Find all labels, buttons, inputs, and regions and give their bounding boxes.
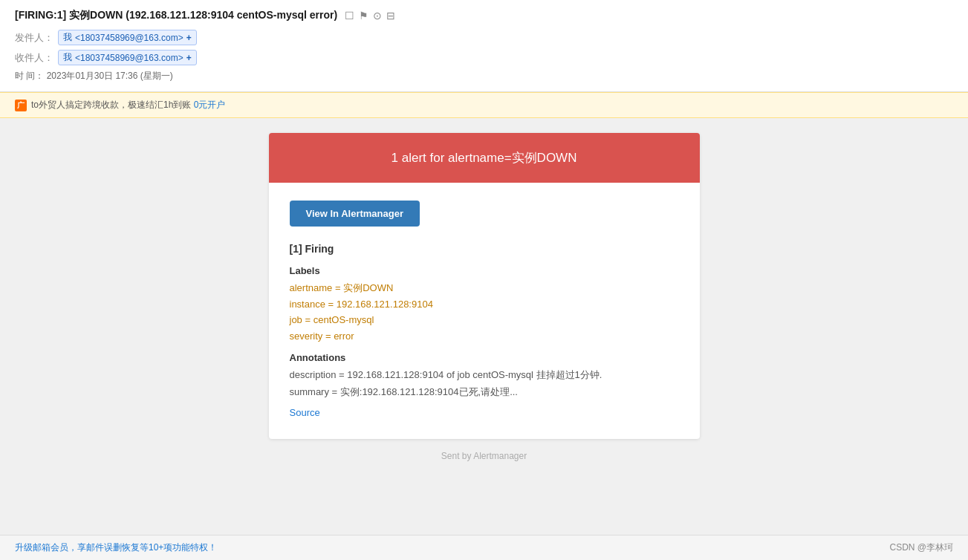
- annotation-summary-key: summary: [290, 386, 329, 397]
- email-footer: Sent by Alertmanager: [15, 451, 953, 469]
- email-title-bar: [FIRING:1] 实例DOWN (192.168.121.128:9104 …: [15, 9, 953, 22]
- label-alertname-value: 实例DOWN: [343, 282, 393, 293]
- ad-link[interactable]: 0元开户: [194, 100, 226, 110]
- time-value: 2023年01月30日 17:36 (星期一): [47, 71, 173, 81]
- annotation-description: description = 192.168.121.128:9104 of jo…: [290, 368, 679, 382]
- receiver-plus-button[interactable]: +: [186, 53, 192, 63]
- label-instance-value: 192.168.121.128:9104: [337, 299, 433, 310]
- annotation-description-key: description: [290, 369, 337, 380]
- receiver-row: 收件人： 我 <18037458969@163.com> +: [15, 50, 953, 65]
- label-alertname: alertname = 实例DOWN: [290, 281, 679, 296]
- label-job-value: centOS-mysql: [314, 314, 374, 325]
- label-equals: =: [335, 282, 343, 293]
- labels-title: Labels: [290, 265, 679, 276]
- time-row: 时 间： 2023年01月30日 17:36 (星期一): [15, 70, 953, 82]
- alert-body: View In Alertmanager [1] Firing Labels a…: [269, 183, 700, 439]
- time-label: 时 间：: [15, 71, 44, 81]
- annotations-title: Annotations: [290, 352, 679, 363]
- label-job: job = centOS-mysql: [290, 313, 679, 328]
- email-header: [FIRING:1] 实例DOWN (192.168.121.128:9104 …: [0, 0, 968, 92]
- label-instance: instance = 192.168.121.128:9104: [290, 297, 679, 312]
- sender-name: 我: [63, 31, 72, 44]
- alert-header: 1 alert for alertname=实例DOWN: [269, 133, 700, 183]
- email-title: [FIRING:1] 实例DOWN (192.168.121.128:9104 …: [15, 9, 337, 22]
- clock-icon[interactable]: ⊙: [373, 10, 382, 22]
- label-severity-key: severity: [290, 331, 323, 342]
- flag-icon[interactable]: ⚑: [359, 10, 368, 22]
- annotations-section: Annotations description = 192.168.121.12…: [290, 352, 679, 418]
- csdn-text: CSDN @李林珂: [889, 541, 953, 554]
- sender-label: 发件人：: [15, 31, 53, 45]
- ad-icon: 广: [15, 100, 27, 111]
- receiver-name: 我: [63, 51, 72, 64]
- alert-card: 1 alert for alertname=实例DOWN View In Ale…: [269, 133, 700, 439]
- upgrade-link[interactable]: 升级邮箱会员，享邮件误删恢复等10+项功能特权！: [15, 542, 217, 553]
- annotation-summary: summary = 实例:192.168.121.128:9104已死,请处理.…: [290, 385, 679, 400]
- label-equals2: =: [328, 299, 337, 310]
- ad-banner: 广 to外贸人搞定跨境收款，极速结汇1h到账 0元开户: [0, 92, 968, 118]
- email-body: 1 alert for alertname=实例DOWN View In Ale…: [0, 118, 968, 534]
- bottom-bar: 升级邮箱会员，享邮件误删恢复等10+项功能特权！ CSDN @李林珂: [0, 535, 968, 560]
- sender-tag[interactable]: 我 <18037458969@163.com> +: [58, 30, 197, 45]
- receiver-email: <18037458969@163.com>: [75, 53, 183, 63]
- label-equals4: =: [325, 331, 334, 342]
- sender-plus-button[interactable]: +: [186, 33, 192, 43]
- bookmark-icon[interactable]: ☐: [345, 10, 354, 22]
- label-severity-value: error: [334, 331, 354, 342]
- ad-text: to外贸人搞定跨境收款，极速结汇1h到账 0元开户: [31, 99, 225, 111]
- annotation-description-value: = 192.168.121.128:9104 of job centOS-mys…: [339, 369, 602, 380]
- firing-title: [1] Firing: [290, 243, 679, 255]
- label-equals3: =: [305, 314, 313, 325]
- email-title-icons: ☐ ⚑ ⊙ ⊟: [345, 10, 395, 22]
- label-alertname-key: alertname: [290, 282, 333, 293]
- label-severity: severity = error: [290, 329, 679, 344]
- view-in-alertmanager-button[interactable]: View In Alertmanager: [290, 201, 420, 227]
- sent-by-text: Sent by Alertmanager: [441, 451, 527, 461]
- label-instance-key: instance: [290, 299, 325, 310]
- source-link[interactable]: Source: [290, 407, 320, 418]
- sender-row: 发件人： 我 <18037458969@163.com> +: [15, 30, 953, 45]
- label-job-key: job: [290, 314, 302, 325]
- receiver-tag[interactable]: 我 <18037458969@163.com> +: [58, 50, 197, 65]
- bottom-bar-left: 升级邮箱会员，享邮件误删恢复等10+项功能特权！: [15, 541, 217, 554]
- receiver-label: 收件人：: [15, 51, 53, 65]
- sender-email: <18037458969@163.com>: [75, 33, 183, 43]
- printer-icon[interactable]: ⊟: [386, 10, 395, 22]
- annotation-summary-value: = 实例:192.168.121.128:9104已死,请处理...: [332, 386, 518, 397]
